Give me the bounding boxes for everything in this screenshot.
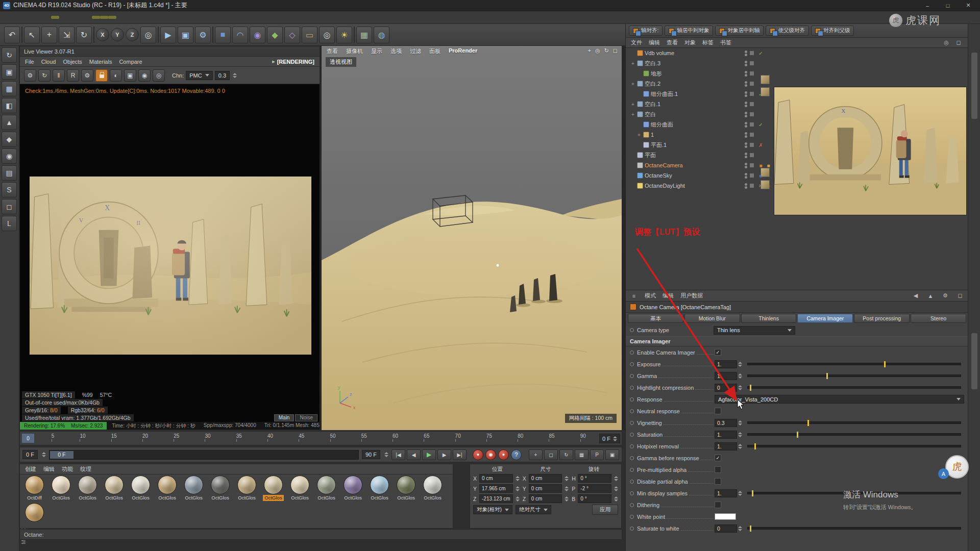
attr-number-input[interactable]: 1. xyxy=(715,489,737,497)
attr-slider[interactable] xyxy=(747,421,961,424)
toolbar-button[interactable] xyxy=(93,27,94,43)
perspective-viewport[interactable]: x y z 查看摄像机显示选项过滤面板 ProRender + ◎ ↻ ◻ 透视… xyxy=(322,46,622,430)
object-manager-menu-item[interactable]: 文件 xyxy=(631,39,642,46)
apply-button[interactable]: 应用 xyxy=(592,505,618,515)
attr-number-input[interactable]: 0 xyxy=(715,384,737,392)
refresh-icon[interactable]: ↻ xyxy=(38,69,51,82)
menu-item[interactable] xyxy=(133,16,141,19)
mode-button[interactable]: ▲ xyxy=(2,115,17,130)
attr-slider[interactable] xyxy=(747,433,961,436)
toolbar-button[interactable] xyxy=(21,27,22,43)
object-label[interactable]: 空白.3 xyxy=(645,60,660,67)
expand-caret[interactable]: + xyxy=(630,61,635,66)
object-manager-menu-item[interactable]: 标签 xyxy=(702,39,714,46)
size-y-input[interactable]: 0 cm xyxy=(529,484,562,493)
material-preview[interactable] xyxy=(105,475,124,494)
attribute-tab[interactable]: Motion Blur xyxy=(684,314,740,323)
visibility-toggles[interactable] xyxy=(745,152,747,159)
layer-toggle[interactable] xyxy=(750,61,754,65)
am-settings-icon[interactable]: ⚙ xyxy=(941,292,949,299)
record-button[interactable]: ● xyxy=(498,449,509,460)
menu-item[interactable] xyxy=(141,16,149,19)
visibility-toggles[interactable] xyxy=(745,70,747,77)
toolbar-button[interactable]: ↶ xyxy=(4,27,20,43)
attribute-menu-item[interactable]: 模式 xyxy=(645,292,656,299)
object-tag-icon[interactable] xyxy=(765,51,772,56)
menu-item[interactable] xyxy=(10,16,18,19)
toolbar-button[interactable]: ▣ xyxy=(178,27,193,43)
scrollbar-thumb[interactable] xyxy=(971,333,977,389)
texture-thumbnail[interactable] xyxy=(761,87,770,96)
visibility-toggles[interactable] xyxy=(745,50,747,57)
keyframe-toggle-button[interactable]: ↻ xyxy=(559,449,573,460)
material-preview[interactable] xyxy=(264,475,283,494)
attribute-tab[interactable]: Stereo xyxy=(911,314,966,323)
mode-button[interactable]: ▤ xyxy=(2,165,17,181)
live-viewer-titlebar[interactable]: Live Viewer 3.07-R1 xyxy=(20,46,320,57)
rot-p-input[interactable]: -2 ° xyxy=(578,484,611,493)
zoom-icon[interactable]: ◎ xyxy=(595,47,600,54)
material-menu-item[interactable]: 功能 xyxy=(62,465,73,473)
layer-toggle[interactable] xyxy=(750,184,754,188)
material-preview[interactable] xyxy=(184,475,203,494)
object-tree-row[interactable]: + 空白.2 xyxy=(626,79,774,89)
object-label[interactable]: 细分曲面 xyxy=(651,121,673,129)
attr-number-input[interactable]: 1. xyxy=(715,372,737,380)
material-item[interactable]: OctDiff xyxy=(22,475,47,501)
toolbar-button[interactable] xyxy=(158,27,159,43)
menu-item[interactable] xyxy=(165,16,174,19)
object-label[interactable]: OctaneCamera xyxy=(645,162,683,168)
anim-dot-icon[interactable] xyxy=(630,374,634,378)
anim-dot-icon[interactable] xyxy=(630,444,634,448)
menu-item[interactable] xyxy=(84,16,92,19)
live-viewer-menu-item[interactable]: File xyxy=(25,59,34,65)
layer-toggle[interactable] xyxy=(750,122,754,127)
attr-number-input[interactable]: 0.3 xyxy=(715,419,737,427)
rot-h-input[interactable]: 0 ° xyxy=(578,474,611,483)
menu-item[interactable] xyxy=(27,16,35,19)
align-button[interactable]: 使父级对齐 xyxy=(766,26,809,36)
record-button[interactable]: ● xyxy=(473,449,483,460)
render-settings-icon[interactable]: ⚙ xyxy=(81,69,93,82)
toolbar-button[interactable]: ⚙ xyxy=(195,27,211,43)
material-preview[interactable] xyxy=(423,475,442,494)
layer-toggle[interactable] xyxy=(750,92,754,96)
anim-dot-icon[interactable] xyxy=(630,468,634,472)
visibility-toggles[interactable] xyxy=(745,183,747,189)
keyframe-toggle-button[interactable]: + xyxy=(529,449,543,460)
attr-checkbox[interactable] xyxy=(715,478,721,485)
anim-dot-icon[interactable] xyxy=(630,421,634,425)
current-frame-box[interactable]: 0 F xyxy=(599,434,620,443)
attr-slider[interactable] xyxy=(747,363,961,365)
am-panel-icon[interactable]: ◻ xyxy=(956,292,964,299)
object-label[interactable]: 空白.2 xyxy=(645,80,660,88)
object-manager-menu-item[interactable]: 查看 xyxy=(667,39,678,46)
record-button[interactable]: ? xyxy=(511,449,522,460)
object-tag-icon[interactable]: ✗ xyxy=(757,142,764,148)
anim-dot-icon[interactable] xyxy=(630,491,634,495)
object-tag-icon[interactable] xyxy=(765,122,772,128)
attr-checkbox[interactable] xyxy=(715,466,721,473)
toolbar-button[interactable]: ▦ xyxy=(356,27,372,43)
transport-button[interactable]: ▶ xyxy=(437,449,451,460)
object-tree-row[interactable]: 细分曲面.1 ✓ xyxy=(626,89,774,99)
panel-menu-icon[interactable]: ≡ xyxy=(630,293,638,299)
material-item[interactable]: OctGlos xyxy=(48,475,74,501)
anim-dot-icon[interactable] xyxy=(630,328,634,332)
layer-toggle[interactable] xyxy=(750,163,754,167)
timeline-scrubber[interactable]: 0 F xyxy=(49,450,359,460)
material-preview[interactable] xyxy=(78,475,97,494)
anim-dot-icon[interactable] xyxy=(630,456,634,460)
object-manager-menu-item[interactable]: 编辑 xyxy=(649,39,660,46)
object-label[interactable]: Vdb volume xyxy=(645,50,674,56)
transport-button[interactable]: ▶ xyxy=(422,449,436,460)
attribute-tab[interactable]: 基本 xyxy=(628,314,683,323)
anim-dot-icon[interactable] xyxy=(630,515,634,519)
layer-toggle[interactable] xyxy=(750,143,754,147)
menu-item[interactable] xyxy=(108,16,116,19)
pos-y-input[interactable]: 17.965 cm xyxy=(479,484,513,493)
channel-amount-input[interactable]: 0.3 xyxy=(215,71,230,80)
object-tag-icon[interactable] xyxy=(765,142,772,148)
viewport-menu-item[interactable]: 显示 xyxy=(371,47,382,55)
material-ball-icon[interactable]: ◐ xyxy=(110,69,122,82)
